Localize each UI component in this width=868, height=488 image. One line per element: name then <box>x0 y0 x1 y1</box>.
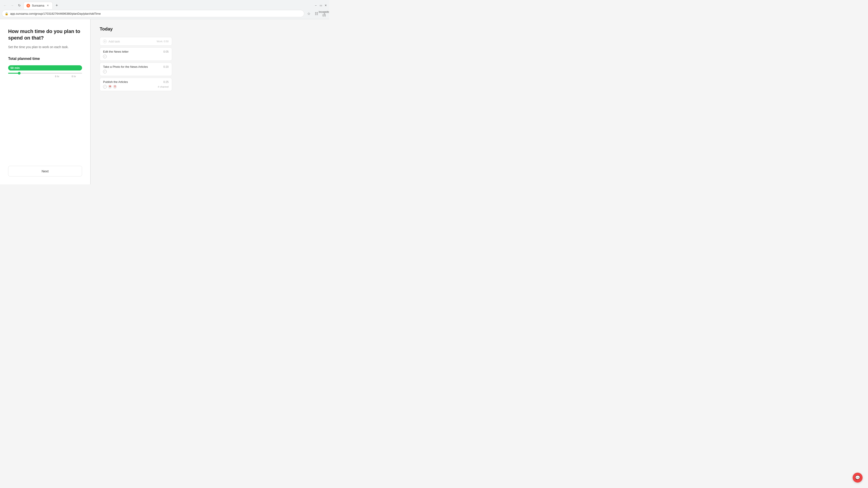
add-task-label: Add task <box>108 40 120 43</box>
slider-thumb[interactable] <box>18 72 21 74</box>
tab-label: Sunsama <box>32 4 44 7</box>
task-name: Take a Photo for the News Articles <box>103 65 162 68</box>
hash-icon: # <box>158 86 159 88</box>
back-button[interactable]: ← <box>2 2 8 8</box>
new-tab-button[interactable]: + <box>54 2 60 8</box>
reload-button[interactable]: ↻ <box>16 2 23 8</box>
browser-chrome: ← → ↻ S Sunsama ✕ + – ▭ ✕ 🔒 app.sunsama.… <box>0 0 329 19</box>
add-icon: + <box>103 39 107 43</box>
slider-labels: 6 hr 8 hr <box>8 75 82 78</box>
channel-tag: # channel <box>158 86 168 88</box>
tab-favicon: S <box>26 4 30 7</box>
check-icon[interactable]: ✓ <box>103 85 107 89</box>
next-button[interactable]: Next <box>8 166 82 176</box>
task-list: + Add task Work: 0:50 Edit the News lett… <box>100 37 172 91</box>
task-row: Take a Photo for the News Articles 0:20 <box>103 65 168 68</box>
today-heading: Today <box>100 26 320 32</box>
restore-button[interactable]: ▭ <box>319 4 322 7</box>
slider-fill <box>8 73 19 74</box>
task-row: Publish the Articles 0:25 <box>103 80 168 84</box>
forward-button[interactable]: → <box>9 2 16 8</box>
slider-label-8hr: 8 hr <box>72 75 76 78</box>
question-heading: How much time do you plan to spend on th… <box>8 28 82 41</box>
total-time-label: Total planned time <box>8 57 82 61</box>
time-slider[interactable]: 6 hr 8 hr <box>8 73 82 78</box>
task-time: 0:05 <box>163 50 168 53</box>
task-icons: ✓ 📅 ⏰ # channel <box>103 85 168 89</box>
add-task-item[interactable]: + Add task Work: 0:50 <box>100 37 172 46</box>
window-controls: – ▭ ✕ <box>314 4 327 7</box>
tab-close-button[interactable]: ✕ <box>46 4 50 7</box>
question-subheading: Set the time you plan to work on each ta… <box>8 45 82 50</box>
incognito-button[interactable]: Incognito (2) <box>321 10 327 17</box>
task-icons: ✓ <box>103 55 168 58</box>
task-time: 0:20 <box>163 65 168 68</box>
check-icon[interactable]: ✓ <box>103 55 107 58</box>
close-button[interactable]: ✕ <box>324 4 327 7</box>
url-display: app.sunsama.com/group/17031827644696380/… <box>10 12 301 15</box>
slider-track <box>8 73 82 74</box>
task-name: Edit the News letter <box>103 50 162 53</box>
task-time: 0:25 <box>163 80 168 84</box>
address-bar-row: 🔒 app.sunsama.com/group/1703182764469638… <box>0 9 329 19</box>
slider-label-6hr: 6 hr <box>55 75 59 78</box>
tab-bar: ← → ↻ S Sunsama ✕ + – ▭ ✕ <box>0 0 329 9</box>
task-item-publish[interactable]: Publish the Articles 0:25 ✓ 📅 ⏰ # channe… <box>100 78 172 91</box>
time-badge: 50 min <box>8 65 82 70</box>
task-row: Edit the News letter 0:05 <box>103 50 168 53</box>
bookmark-button[interactable]: ☆ <box>306 10 312 17</box>
check-icon[interactable]: ✓ <box>103 70 107 73</box>
add-task-row: + Add task Work: 0:50 <box>103 39 168 43</box>
minimize-button[interactable]: – <box>314 4 317 7</box>
clock-icon[interactable]: ⏰ <box>113 85 117 89</box>
task-name: Publish the Articles <box>103 80 162 84</box>
task-item-edit-news[interactable]: Edit the News letter 0:05 ✓ <box>100 47 172 61</box>
task-icons: ✓ <box>103 70 168 73</box>
channel-label: channel <box>160 86 168 88</box>
incognito-label: Incognito (2) <box>319 10 329 17</box>
browser-tab[interactable]: S Sunsama ✕ <box>24 2 53 9</box>
main-content: How much time do you plan to spend on th… <box>0 19 329 184</box>
address-bar[interactable]: 🔒 app.sunsama.com/group/1703182764469638… <box>2 10 304 17</box>
right-panel: Today + Add task Work: 0:50 Edit the New… <box>91 19 329 184</box>
task-item-take-photo[interactable]: Take a Photo for the News Articles 0:20 … <box>100 63 172 76</box>
calendar-icon[interactable]: 📅 <box>108 85 112 89</box>
left-panel: How much time do you plan to spend on th… <box>0 19 90 184</box>
work-badge: Work: 0:50 <box>157 40 168 43</box>
